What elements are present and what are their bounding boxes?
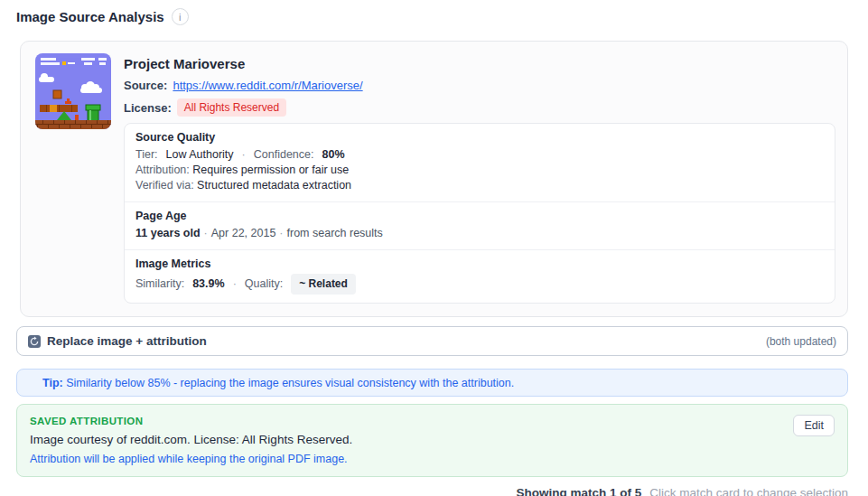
- saved-attribution-box: SAVED ATTRIBUTION Image courtesy of redd…: [16, 404, 848, 477]
- tip-text: Tip: Similarity below 85% - replacing th…: [42, 377, 514, 389]
- page-age-origin: from search results: [287, 227, 383, 239]
- page-age-line: 11 years old·Apr 22, 2015·from search re…: [135, 226, 824, 241]
- similarity-label: Similarity:: [135, 277, 184, 290]
- replace-button-note: (both updated): [766, 335, 836, 348]
- license-row: License: All Rights Reserved: [124, 98, 835, 117]
- dot-separator: ·: [204, 227, 208, 239]
- tier-label: Tier:: [135, 148, 158, 161]
- saved-attribution-heading: SAVED ATTRIBUTION: [30, 416, 835, 426]
- image-metrics-line: Similarity:83.9%·Quality:~ Related: [135, 274, 824, 295]
- refresh-icon: [28, 335, 41, 348]
- replace-button-left: Replace image + attribution: [28, 334, 207, 348]
- page-header: Image Source Analysis i: [16, 8, 848, 25]
- source-row: Source: https://www.reddit.com/r/Mariove…: [124, 79, 835, 92]
- saved-attribution-note: Attribution will be applied while keepin…: [30, 453, 835, 465]
- info-icon[interactable]: i: [172, 8, 189, 25]
- lightbulb-icon: [28, 377, 36, 388]
- tip-banner: Tip: Similarity below 85% - replacing th…: [16, 369, 848, 397]
- verified-label: Verified via:: [135, 179, 194, 192]
- confidence-label: Confidence:: [254, 148, 314, 161]
- tier-value: Low Authority: [166, 148, 234, 161]
- verified-value: Structured metadata extraction: [197, 179, 351, 192]
- license-badge: All Rights Reserved: [177, 98, 286, 117]
- dot-separator: ·: [242, 148, 246, 161]
- license-label: License:: [124, 101, 172, 115]
- source-link[interactable]: https://www.reddit.com/r/Marioverse/: [173, 79, 362, 92]
- footer: Showing match 1 of 5 Click match card to…: [16, 486, 848, 496]
- match-thumbnail-image: [35, 53, 111, 129]
- quality-label: Quality:: [245, 277, 283, 290]
- source-label: Source:: [124, 79, 167, 92]
- similarity-value: 83.9%: [192, 277, 224, 290]
- tip-label: Tip:: [42, 377, 63, 389]
- page-age-section: Page Age 11 years old·Apr 22, 2015·from …: [125, 201, 835, 249]
- edit-button[interactable]: Edit: [793, 415, 835, 436]
- footer-status: Showing match 1 of 5: [517, 486, 642, 496]
- details-panel: Source Quality Tier:Low Authority·Confid…: [124, 123, 835, 304]
- image-source-analysis-page: Image Source Analysis i: [0, 0, 868, 496]
- attribution-label: Attribution:: [135, 164, 190, 176]
- tier-confidence-line: Tier:Low Authority·Confidence:80%: [135, 147, 824, 163]
- source-quality-heading: Source Quality: [135, 131, 824, 144]
- saved-attribution-text: Image courtesy of reddit.com. License: A…: [30, 433, 835, 446]
- verified-line: Verified via: Structured metadata extrac…: [135, 178, 824, 193]
- page-age-value: 11 years old: [135, 227, 201, 239]
- image-metrics-heading: Image Metrics: [135, 257, 824, 270]
- replace-button-label: Replace image + attribution: [47, 334, 207, 348]
- image-metrics-section: Image Metrics Similarity:83.9%·Quality:~…: [125, 249, 835, 303]
- footer-hint: Click match card to change selection: [649, 486, 848, 496]
- match-card[interactable]: Project Marioverse Source: https://www.r…: [20, 41, 848, 317]
- confidence-value: 80%: [322, 148, 344, 161]
- tip-message: Similarity below 85% - replacing the ima…: [66, 377, 514, 389]
- dot-separator: ·: [233, 277, 237, 290]
- page-title: Image Source Analysis: [16, 9, 164, 24]
- attribution-value: Requires permission or fair use: [192, 164, 349, 176]
- match-card-body: Project Marioverse Source: https://www.r…: [124, 53, 835, 304]
- source-quality-section: Source Quality Tier:Low Authority·Confid…: [125, 124, 835, 201]
- replace-image-attribution-button[interactable]: Replace image + attribution (both update…: [16, 326, 848, 356]
- page-age-heading: Page Age: [135, 210, 824, 222]
- attribution-line: Attribution: Requires permission or fair…: [135, 163, 824, 178]
- quality-badge: ~ Related: [291, 274, 356, 295]
- match-title: Project Marioverse: [124, 56, 835, 71]
- dot-separator: ·: [279, 227, 283, 239]
- page-age-date: Apr 22, 2015: [211, 227, 276, 239]
